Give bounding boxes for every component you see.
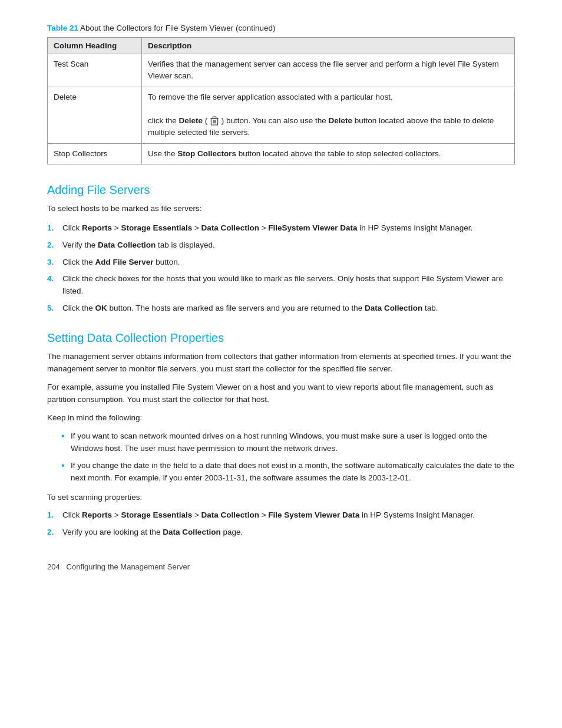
adding-file-servers-steps: 1. Click Reports > Storage Essentials > … [47, 222, 515, 315]
step-text: Click Reports > Storage Essentials > Dat… [62, 222, 472, 235]
step-item: 2. Verify the Data Collection tab is dis… [47, 239, 515, 252]
test-scan-description: Verifies that the management server can … [142, 54, 515, 87]
step-item: 5. Click the OK button. The hosts are ma… [47, 302, 515, 315]
setting-data-collection-heading: Setting Data Collection Properties [47, 331, 515, 345]
step-item: 1. Click Reports > Storage Essentials > … [47, 222, 515, 235]
step-number: 2. [47, 526, 60, 539]
scanning-steps: 1. Click Reports > Storage Essentials > … [47, 509, 515, 539]
adding-file-servers-heading: Adding File Servers [47, 183, 515, 197]
list-item: If you change the date in the field to a… [64, 460, 515, 485]
svg-rect-2 [213, 117, 216, 118]
page-number: 204 [47, 562, 60, 571]
test-scan-label: Test Scan [48, 54, 142, 87]
table-row: Delete To remove the file server applica… [48, 87, 515, 143]
footer: 204 Configuring the Management Server [47, 556, 515, 571]
table-caption: Table 21 About the Collectors for File S… [47, 24, 515, 32]
stop-collectors-description: Use the Stop Collectors button located a… [142, 143, 515, 164]
step-number: 3. [47, 256, 60, 269]
footer-text: Configuring the Management Server [67, 562, 190, 571]
setting-para1: The management server obtains informatio… [47, 351, 515, 375]
step-text: Verify the Data Collection tab is displa… [62, 239, 215, 252]
bullets-list: If you want to scan network mounted driv… [64, 430, 515, 485]
setting-para2: For example, assume you installed File S… [47, 381, 515, 406]
scanning-intro: To set scanning properties: [47, 492, 515, 504]
step-number: 4. [47, 273, 60, 285]
step-text: Click the check boxes for the hosts that… [62, 273, 515, 298]
adding-file-servers-section: Adding File Servers To select hosts to b… [47, 183, 515, 315]
table-label: Table 21 [47, 24, 78, 32]
delete-icon [210, 116, 219, 126]
step-item: 4. Click the check boxes for the hosts t… [47, 273, 515, 298]
keep-in-mind: Keep in mind the following: [47, 412, 515, 424]
list-item: If you want to scan network mounted driv… [64, 430, 515, 455]
stop-collectors-label: Stop Collectors [48, 143, 142, 164]
step-item: 3. Click the Add File Server button. [47, 256, 515, 269]
step-number: 1. [47, 509, 60, 522]
step-text: Click the Add File Server button. [62, 256, 180, 269]
step-text: Click Reports > Storage Essentials > Dat… [62, 509, 475, 522]
step-text: Click the OK button. The hosts are marke… [62, 302, 438, 315]
step-number: 2. [47, 239, 60, 252]
col-heading-header: Column Heading [48, 38, 142, 54]
collectors-table: Column Heading Description Test Scan Ver… [47, 37, 515, 164]
table-caption-text: About the Collectors for File System Vie… [80, 24, 275, 32]
adding-file-servers-intro: To select hosts to be marked as file ser… [47, 203, 515, 215]
step-text: Verify you are looking at the Data Colle… [62, 526, 243, 539]
step-number: 1. [47, 222, 60, 235]
setting-data-collection-section: Setting Data Collection Properties The m… [47, 331, 515, 539]
step-item: 2. Verify you are looking at the Data Co… [47, 526, 515, 539]
col-description-header: Description [142, 38, 515, 54]
delete-label: Delete [48, 87, 142, 143]
step-item: 1. Click Reports > Storage Essentials > … [47, 509, 515, 522]
step-number: 5. [47, 302, 60, 315]
table-row: Stop Collectors Use the Stop Collectors … [48, 143, 515, 164]
table-row: Test Scan Verifies that the management s… [48, 54, 515, 87]
delete-description: To remove the file server application as… [142, 87, 515, 143]
